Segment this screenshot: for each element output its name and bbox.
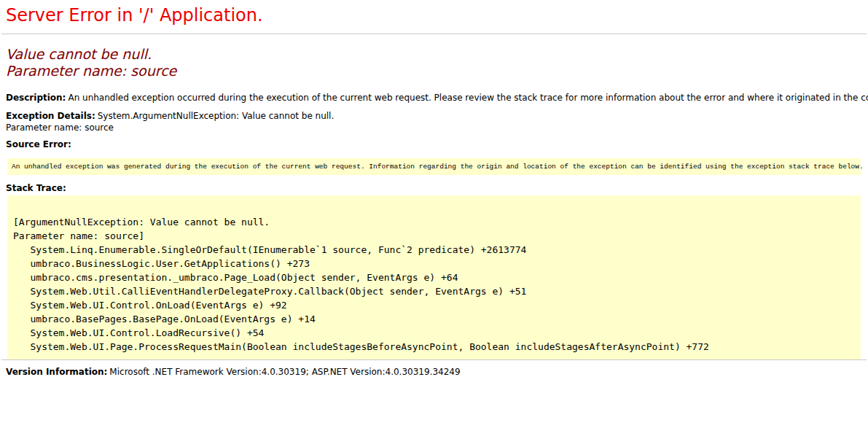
bottom-divider [1,359,867,360]
exception-details-label: Exception Details: [6,111,95,121]
top-divider [1,34,867,34]
error-page: Server Error in '/' Application. Value c… [6,6,862,378]
stack-trace-heading: Stack Trace: [6,183,862,195]
version-info-label: Version Information: [6,367,107,377]
source-error-message: An unhandled exception was generated dur… [12,163,864,171]
exception-message-subtitle: Value cannot be null. Parameter name: so… [6,46,862,79]
version-info-text: Microsoft .NET Framework Version:4.0.303… [109,367,460,377]
stack-trace-box: [ArgumentNullException: Value cannot be … [7,195,861,359]
description-label: Description: [6,93,66,103]
stack-trace-text: [ArgumentNullException: Value cannot be … [7,195,861,359]
description-paragraph: Description:An unhandled exception occur… [6,93,862,104]
exception-details-paragraph: Exception Details:System.ArgumentNullExc… [6,111,862,133]
description-text: An unhandled exception occurred during t… [68,93,868,103]
page-title: Server Error in '/' Application. [6,6,862,26]
source-error-heading: Source Error: [6,139,862,151]
version-info-paragraph: Version Information:Microsoft .NET Frame… [6,367,862,378]
source-error-box: An unhandled exception was generated dur… [7,158,861,175]
